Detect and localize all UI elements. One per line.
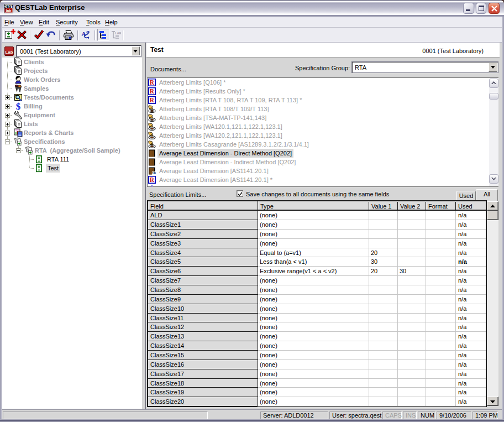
svg-text:QEST: QEST — [4, 4, 13, 9]
svg-text:A: A — [82, 30, 86, 37]
svg-text:Lab: Lab — [5, 50, 13, 55]
svg-text:LAB: LAB — [115, 32, 121, 35]
svg-text:lab: lab — [6, 9, 11, 13]
